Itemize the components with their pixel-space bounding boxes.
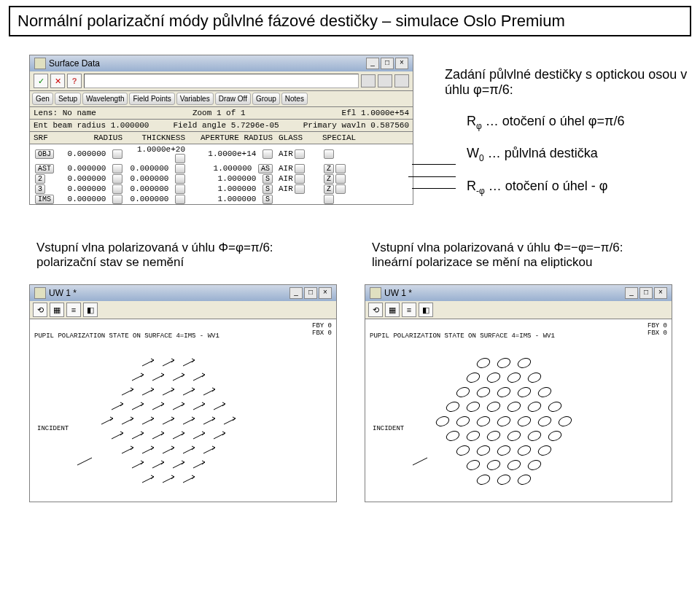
hdr-srf: SRF <box>34 133 60 142</box>
svg-point-74 <box>547 429 562 442</box>
svg-point-72 <box>506 429 521 442</box>
uw-tool-2[interactable]: ▦ <box>50 303 64 317</box>
fbx-left: FBX 0 <box>312 329 332 337</box>
svg-point-53 <box>496 386 511 398</box>
svg-point-71 <box>486 429 501 442</box>
svg-point-47 <box>465 371 481 383</box>
check-icon[interactable]: ✓ <box>34 74 48 88</box>
svg-point-51 <box>455 386 470 398</box>
svg-point-61 <box>547 400 562 413</box>
maximize-button[interactable]: □ <box>381 58 394 69</box>
svg-point-81 <box>486 459 501 471</box>
fby-right: FBY 0 <box>648 322 667 329</box>
lens-value: No name <box>63 109 96 117</box>
page-title: Normální polarizační módy půlvlné fázové… <box>18 12 565 30</box>
uw-tool-3[interactable]: ≡ <box>402 303 416 317</box>
app-icon <box>34 287 46 299</box>
menu-notes[interactable]: Notes <box>281 93 308 105</box>
svg-point-56 <box>445 400 460 413</box>
window-titlebar: Surface Data _ □ × <box>30 55 413 71</box>
incident-right: INCIDENT <box>373 425 404 432</box>
uw-panel-left: UW 1 * _ □ × ⟲ ▦ ≡ ◧ FBY 0 FBX 0 PUPIL P… <box>29 284 337 502</box>
uw-toolbar: ⟲ ▦ ≡ ◧ <box>365 301 672 319</box>
hdr-radius: RADIUS <box>60 133 122 142</box>
meta-right: PUPIL POLARIZATION STATE ON SURFACE 4=IM… <box>370 332 555 340</box>
beam-row: Ent beam radius 1.000000 Field angle 5.7… <box>30 120 413 132</box>
uw-titlebar-right: UW 1 * _ □ × <box>365 285 672 301</box>
table-row: OBJ0.000000 1.0000e+20 1.0000e+14 AIR <box>30 144 413 163</box>
svg-line-87 <box>413 458 427 465</box>
beam-value: 1.000000 <box>111 121 149 130</box>
svg-point-54 <box>516 386 532 398</box>
hex-elliptic <box>409 348 599 497</box>
close-button[interactable]: × <box>654 287 667 299</box>
menu-variables[interactable]: Variables <box>176 93 214 105</box>
svg-point-75 <box>455 444 470 456</box>
minimize-button[interactable]: _ <box>366 58 379 69</box>
uw-tool-1[interactable]: ⟲ <box>33 303 47 317</box>
annot-r1: Rφ … otočení o úhel φ=π/6 <box>467 114 625 131</box>
uw-tool-4[interactable]: ◧ <box>83 303 98 317</box>
command-input[interactable] <box>84 74 359 88</box>
svg-point-63 <box>455 415 470 427</box>
hdr-glass: GLASS <box>273 133 322 142</box>
close-button[interactable]: × <box>395 58 408 69</box>
uw-toolbar: ⟲ ▦ ≡ ◧ <box>30 301 336 319</box>
menu-gen[interactable]: Gen <box>32 93 53 105</box>
uw-title: UW 1 * <box>49 288 77 298</box>
svg-point-76 <box>475 444 491 456</box>
menu-fieldpoints[interactable]: Field Points <box>129 93 174 105</box>
surface-table: SRF RADIUS THICKNESS APERTURE RADIUS GLA… <box>30 132 413 204</box>
pw-label: Primary wavln <box>303 121 366 130</box>
annot-rneg: R-φ … otočení o úhel - φ <box>467 179 608 196</box>
table-header: SRF RADIUS THICKNESS APERTURE RADIUS GLA… <box>30 132 413 144</box>
menu-row: Gen Setup Wavelength Field Points Variab… <box>30 91 413 107</box>
menu-wavelength[interactable]: Wavelength <box>82 93 128 105</box>
toolbar: ✓ ✕ ? <box>30 71 413 91</box>
efl-label: Efl <box>342 109 357 117</box>
uw-tool-3[interactable]: ≡ <box>66 303 81 317</box>
menu-group[interactable]: Group <box>252 93 280 105</box>
svg-point-83 <box>526 459 542 471</box>
svg-point-70 <box>465 429 481 442</box>
table-row: 20.000000 0.000000 1.000000 SAIR Z <box>30 173 413 184</box>
minimize-button[interactable]: _ <box>289 287 303 299</box>
maximize-button[interactable]: □ <box>639 287 653 299</box>
help-icon[interactable]: ? <box>67 74 82 88</box>
uw-canvas-left: FBY 0 FBX 0 PUPIL POLARIZATION STATE ON … <box>30 319 336 502</box>
app-icon <box>370 287 381 299</box>
table-row: IMS0.000000 0.000000 1.000000 S <box>30 194 413 204</box>
fa-value: 5.7296e-05 <box>231 121 279 130</box>
tool-icon-2[interactable] <box>378 74 392 87</box>
uw-tool-1[interactable]: ⟲ <box>368 303 383 317</box>
label-right: Vstupní vlna polarizovaná v úhlu Φ=−φ=−π… <box>372 241 664 270</box>
annot-w0: W0 … půlvlná destička <box>467 146 598 163</box>
svg-point-86 <box>516 473 532 485</box>
pw-value: 0.587560 <box>370 121 409 130</box>
minimize-button[interactable]: _ <box>625 287 638 299</box>
uw-tool-2[interactable]: ▦ <box>385 303 400 317</box>
uw-tool-4[interactable]: ◧ <box>419 303 433 317</box>
table-row: 30.000000 0.000000 1.000000 SAIR Z <box>30 184 413 194</box>
cancel-icon[interactable]: ✕ <box>50 74 65 88</box>
title-box: Normální polarizační módy půlvlné fázové… <box>9 6 691 36</box>
svg-point-46 <box>516 356 532 369</box>
close-button[interactable]: × <box>319 287 332 299</box>
menu-drawoff[interactable]: Draw Off <box>215 93 251 105</box>
tool-icon-3[interactable] <box>394 74 409 87</box>
svg-point-49 <box>506 371 521 383</box>
svg-point-78 <box>516 444 532 456</box>
annot-line-3 <box>412 188 456 189</box>
fby-left: FBY 0 <box>312 322 332 329</box>
maximize-button[interactable]: □ <box>304 287 317 299</box>
svg-point-85 <box>496 473 511 485</box>
zoom-label: Zoom <box>192 109 211 117</box>
svg-point-59 <box>506 400 521 413</box>
menu-setup[interactable]: Setup <box>55 93 81 105</box>
tool-icon-1[interactable] <box>361 74 376 87</box>
svg-line-43 <box>77 458 92 465</box>
app-icon <box>34 58 46 69</box>
svg-point-45 <box>496 356 511 369</box>
fa-label: Field angle <box>173 121 226 130</box>
svg-point-84 <box>475 473 491 485</box>
